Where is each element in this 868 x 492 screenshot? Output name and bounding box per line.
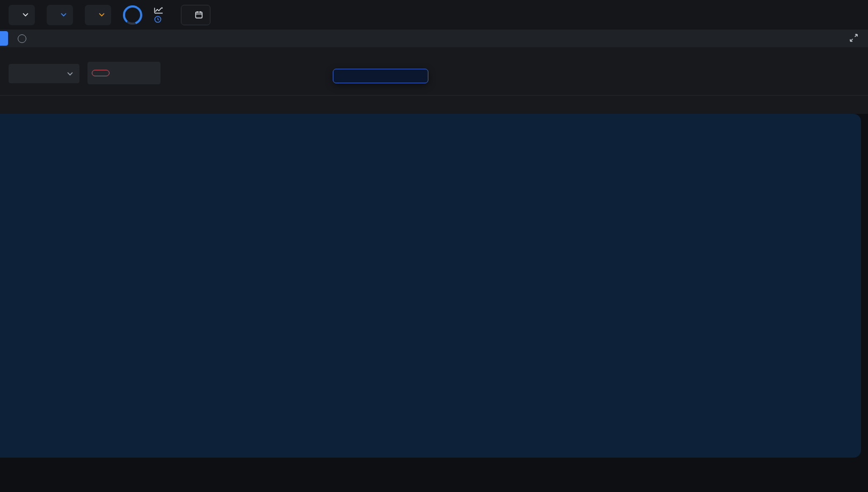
- symbol-select[interactable]: [9, 5, 35, 25]
- top-bar: [0, 0, 868, 30]
- chart-card: [0, 114, 861, 458]
- section-header: [0, 30, 868, 47]
- line-chart-icon: [154, 6, 163, 14]
- strike-tag: [92, 70, 110, 76]
- refresh-countdown-ring: [123, 5, 142, 25]
- fullscreen-icon[interactable]: [849, 33, 858, 45]
- controls-area: [0, 47, 868, 114]
- far-expiry-select[interactable]: [85, 5, 111, 25]
- chevron-down-icon: [99, 13, 105, 17]
- date-input[interactable]: [181, 5, 210, 25]
- divider: [0, 95, 868, 96]
- strikes-multiselect[interactable]: [87, 62, 161, 84]
- chevron-down-icon: [61, 13, 67, 17]
- near-expiry-select[interactable]: [47, 5, 73, 25]
- spot-block: [154, 6, 169, 23]
- chevron-down-icon: [67, 72, 73, 76]
- chart-plot[interactable]: [0, 114, 861, 458]
- crosshair-tooltip: [333, 69, 428, 83]
- sidebar-expand-tab[interactable]: [0, 31, 8, 46]
- calendar-icon[interactable]: [195, 11, 203, 19]
- clock-icon: [154, 16, 162, 23]
- help-icon[interactable]: [18, 34, 26, 43]
- type-select[interactable]: [9, 64, 79, 83]
- app-root: { "topbar": { "symbol": {"label": "NIFTY…: [0, 0, 868, 492]
- chevron-down-icon: [23, 13, 28, 17]
